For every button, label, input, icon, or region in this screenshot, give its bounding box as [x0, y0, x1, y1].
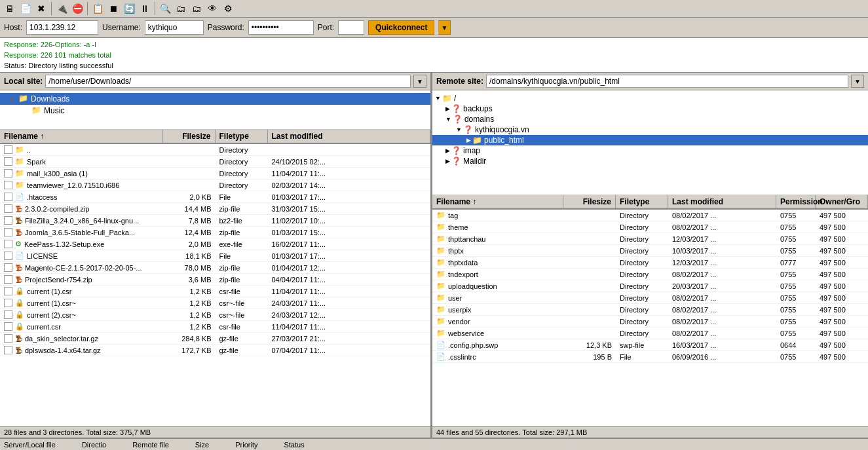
- local-file-list[interactable]: Filename ↑ Filesize Filetype Last modifi…: [0, 130, 430, 426]
- username-input[interactable]: [145, 20, 204, 35]
- disconnect-button[interactable]: ⛔: [70, 1, 85, 16]
- file-checkbox[interactable]: [4, 240, 12, 248]
- remote-file-row[interactable]: 📄 .config.php.swp 12,3 KB swp-file 16/03…: [432, 339, 868, 351]
- remote-file-list[interactable]: Filename ↑ Filesize Filetype Last modifi…: [432, 195, 868, 426]
- close-tab-button[interactable]: ✖: [34, 1, 48, 16]
- remote-col-header-permission[interactable]: Permission: [776, 195, 816, 208]
- local-file-row[interactable]: 📄 .htaccess 2,0 KB File 01/03/2017 17:..…: [0, 191, 430, 203]
- password-input[interactable]: [248, 20, 314, 35]
- local-tree-item-downloads[interactable]: ▶ 📁 Downloads: [0, 93, 430, 105]
- host-input[interactable]: [26, 20, 98, 35]
- port-input[interactable]: [338, 20, 364, 35]
- remote-file-row[interactable]: 📁 uploadquestion Directory 20/03/2017 ..…: [432, 280, 868, 292]
- col-header-filetype[interactable]: Filetype: [216, 130, 268, 143]
- remote-file-row[interactable]: 📁 theme Directory 08/02/2017 ... 0755 49…: [432, 221, 868, 233]
- file-checkbox[interactable]: [4, 346, 12, 354]
- local-file-row[interactable]: 📁 teamviewer_12.0.71510.i686 Directory 0…: [0, 179, 430, 191]
- file-checkbox[interactable]: [4, 228, 12, 236]
- remote-col-header-owner[interactable]: Owner/Gro: [816, 195, 868, 208]
- local-file-row[interactable]: 🗜 Joomla_3.6.5-Stable-Full_Packa... 12,4…: [0, 227, 430, 238]
- file-icon: 🗜: [15, 217, 22, 225]
- remote-file-row[interactable]: 📁 thptx Directory 10/03/2017 ... 0755 49…: [432, 245, 868, 257]
- remote-col-header-filename[interactable]: Filename ↑: [432, 195, 563, 208]
- file-checkbox[interactable]: [4, 322, 12, 331]
- remote-tree-kythiquocgia[interactable]: ▼ ❓ kythiquocgia.vn: [432, 124, 868, 135]
- file-checkbox[interactable]: [4, 216, 12, 225]
- connect-button[interactable]: 🔌: [54, 1, 69, 16]
- remote-file-row[interactable]: 📁 userpix Directory 08/02/2017 ... 0755 …: [432, 304, 868, 316]
- remote-tree-backups[interactable]: ▶ ❓ backups: [432, 103, 868, 114]
- file-checkbox[interactable]: [4, 181, 12, 189]
- local-file-row[interactable]: 🗜 ProjectSend-r754.zip 3,6 MB zip-file 0…: [0, 274, 430, 286]
- quickconnect-dropdown[interactable]: ▼: [438, 20, 451, 35]
- file-checkbox[interactable]: [4, 145, 12, 154]
- remote-col-header-filetype[interactable]: Filetype: [616, 195, 668, 208]
- remote-file-modified: 12/03/2017 ...: [668, 234, 776, 244]
- file-checkbox[interactable]: [4, 204, 12, 213]
- local-file-row[interactable]: 🗜 Magento-CE-2.1.5-2017-02-20-05-... 78,…: [0, 262, 430, 274]
- local-panel: Local site: ▼ ▶ 📁 Downloads 📁 Music File…: [0, 73, 432, 438]
- new-tab-button[interactable]: 📄: [18, 1, 33, 16]
- file-checkbox[interactable]: [4, 157, 12, 166]
- remote-col-header-lastmodified[interactable]: Last modified: [668, 195, 776, 208]
- dir-compare-button[interactable]: 🗂: [174, 1, 188, 16]
- reconnect-button[interactable]: 🔄: [122, 1, 136, 16]
- local-file-row[interactable]: 📁 mail_k300_asia (1) Directory 11/04/201…: [0, 168, 430, 179]
- local-file-row[interactable]: 📁 Spark Directory 24/10/2015 02:...: [0, 156, 430, 168]
- network-config-button[interactable]: ⚙: [221, 1, 235, 16]
- file-checkbox[interactable]: [4, 310, 12, 319]
- remote-tree-imap[interactable]: ▶ ❓ imap: [432, 145, 868, 156]
- remote-file-row[interactable]: 📄 .csslintrc 195 B File 06/09/2016 ... 0…: [432, 351, 868, 363]
- remote-file-row[interactable]: 📁 vendor Directory 08/02/2017 ... 0755 4…: [432, 316, 868, 328]
- cancel-queue-button[interactable]: ⏹: [106, 1, 121, 16]
- file-checkbox[interactable]: [4, 252, 12, 260]
- remote-file-row[interactable]: 📁 tag Directory 08/02/2017 ... 0755 497 …: [432, 210, 868, 221]
- remote-tree-public-html[interactable]: ▶ 📁 public_html: [432, 135, 868, 145]
- stop-queue-button[interactable]: ⏸: [138, 1, 152, 16]
- file-checkbox[interactable]: [4, 263, 12, 272]
- local-file-row[interactable]: ⚙ KeePass-1.32-Setup.exe 2,0 MB exe-file…: [0, 238, 430, 250]
- open-site-manager-button[interactable]: 🖥: [3, 1, 17, 16]
- remote-file-row[interactable]: 📁 user Directory 08/02/2017 ... 0755 497…: [432, 292, 868, 304]
- file-checkbox[interactable]: [4, 275, 12, 284]
- remote-file-row[interactable]: 📁 thpttanchau Directory 12/03/2017 ... 0…: [432, 233, 868, 245]
- remote-file-row[interactable]: 📁 thptxdata Directory 12/03/2017 ... 077…: [432, 257, 868, 269]
- local-file-row[interactable]: 🔒 current.csr 1,2 KB csr-file 11/04/2017…: [0, 321, 430, 333]
- local-file-row[interactable]: 🗜 da_skin_selector.tar.gz 284,8 KB gz-fi…: [0, 333, 430, 345]
- remote-site-input[interactable]: [486, 75, 848, 88]
- remote-file-row[interactable]: 📁 tndexport Directory 08/02/2017 ... 075…: [432, 269, 868, 280]
- col-header-filename[interactable]: Filename ↑: [0, 130, 163, 143]
- file-search-button[interactable]: 🔍: [158, 1, 172, 16]
- file-icon: 🗜: [15, 264, 22, 272]
- show-log-button[interactable]: 📋: [90, 1, 105, 16]
- local-file-row[interactable]: 🔒 current (1).csr~ 1,2 KB csr~-file 24/0…: [0, 297, 430, 309]
- file-checkbox[interactable]: [4, 193, 12, 201]
- local-site-input[interactable]: [45, 75, 411, 88]
- remote-tree-maildir[interactable]: ▶ ❓ Maildir: [432, 156, 868, 166]
- filter-button[interactable]: 🗂: [189, 1, 204, 16]
- remote-site-dropdown[interactable]: ▼: [851, 75, 864, 88]
- local-file-row[interactable]: 🗜 dplswsda-1.4.x64.tar.gz 172,7 KB gz-fi…: [0, 345, 430, 356]
- local-file-row[interactable]: 🗜 2.3.0.2-compiled.zip 14,4 MB zip-file …: [0, 203, 430, 215]
- col-header-filesize[interactable]: Filesize: [163, 130, 216, 143]
- local-file-row[interactable]: 🔒 current (1).csr 1,2 KB csr-file 11/04/…: [0, 286, 430, 297]
- remote-file-type: swp-file: [616, 341, 668, 350]
- remote-tree-domains[interactable]: ▼ ❓ domains: [432, 114, 868, 124]
- local-site-dropdown[interactable]: ▼: [413, 75, 426, 88]
- local-file-row[interactable]: 📁 .. Directory: [0, 144, 430, 156]
- local-file-row[interactable]: 🔒 current (2).csr~ 1,2 KB csr~-file 24/0…: [0, 309, 430, 321]
- toggle-hidden-button[interactable]: 👁: [205, 1, 219, 16]
- quickconnect-button[interactable]: Quickconnect: [368, 20, 434, 35]
- col-header-lastmodified[interactable]: Last modified: [268, 130, 431, 143]
- remote-tree-root[interactable]: ▼ 📁 /: [432, 93, 868, 103]
- file-checkbox[interactable]: [4, 169, 12, 178]
- local-file-row[interactable]: 🗜 FileZilla_3.24.0_x86_64-linux-gnu... 7…: [0, 215, 430, 227]
- remote-col-header-filesize[interactable]: Filesize: [563, 195, 616, 208]
- file-checkbox[interactable]: [4, 334, 12, 343]
- local-file-row[interactable]: 📄 LICENSE 18,1 KB File 01/03/2017 17:...: [0, 250, 430, 262]
- remote-file-row[interactable]: 📁 webservice Directory 08/02/2017 ... 07…: [432, 328, 868, 339]
- file-name: current (1).csr: [27, 288, 71, 295]
- file-checkbox[interactable]: [4, 299, 12, 307]
- local-tree-item-music[interactable]: 📁 Music: [0, 105, 430, 117]
- file-checkbox[interactable]: [4, 287, 12, 295]
